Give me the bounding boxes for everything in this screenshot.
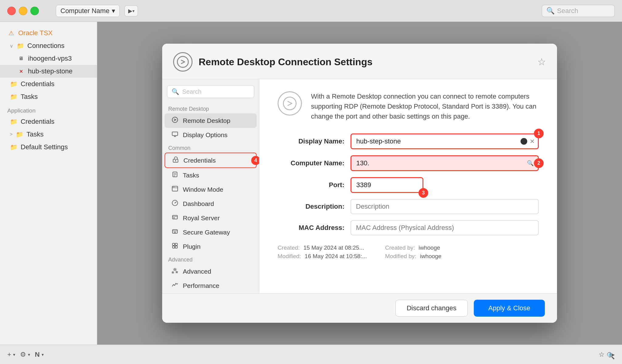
svg-point-23 bbox=[174, 232, 176, 233]
search-placeholder: Search bbox=[182, 88, 201, 95]
mac-address-input[interactable] bbox=[350, 220, 539, 235]
nav-item-tasks[interactable]: Tasks bbox=[165, 168, 257, 182]
sidebar-item-credentials[interactable]: 📁 Credentials bbox=[0, 78, 97, 90]
modal-header: Remote Desktop Connection Settings ☆ bbox=[162, 44, 557, 79]
folder-icon: 📁 bbox=[10, 93, 18, 100]
badge-1: 1 bbox=[534, 129, 544, 138]
maximize-button[interactable] bbox=[30, 7, 39, 15]
sidebar-item-ihoogend-vps3[interactable]: 🖥 ihoogend-vps3 bbox=[0, 52, 97, 65]
port-input[interactable] bbox=[351, 178, 422, 192]
computer-name-dropdown[interactable]: Computer Name ▾ bbox=[56, 5, 120, 17]
nav-item-dashboard[interactable]: Dashboard bbox=[165, 197, 257, 211]
meta-modified: Modified: 16 May 2024 at 10:58:... bbox=[278, 253, 367, 260]
nav-label-secure-gateway: Secure Gateway bbox=[183, 229, 230, 236]
dropdown-label: Computer Name bbox=[60, 7, 109, 15]
royal-server-icon bbox=[171, 214, 179, 222]
modal-title: Remote Desktop Connection Settings bbox=[199, 56, 531, 68]
star-button[interactable]: ☆ bbox=[599, 351, 605, 359]
nav-item-secure-gateway[interactable]: Secure Gateway bbox=[165, 225, 257, 239]
modified-value: 16 May 2024 at 10:58:... bbox=[305, 253, 367, 260]
search-placeholder: Search bbox=[557, 7, 578, 15]
folder-icon: 📁 bbox=[10, 80, 18, 88]
sidebar-label-tasks-app: Tasks bbox=[26, 130, 43, 138]
nav-label-advanced: Advanced bbox=[183, 268, 211, 275]
nav-label-performance: Performance bbox=[183, 282, 219, 289]
svg-point-17 bbox=[175, 203, 176, 204]
performance-icon bbox=[171, 281, 179, 290]
search-bar[interactable]: 🔍 Search bbox=[542, 5, 615, 17]
search-icon: 🔍 bbox=[607, 352, 615, 360]
display-name-input[interactable] bbox=[351, 134, 538, 148]
close-button[interactable] bbox=[7, 7, 16, 15]
sidebar-label-credentials: Credentials bbox=[21, 80, 54, 88]
n-button[interactable]: N ▾ bbox=[35, 351, 44, 359]
nav-item-performance[interactable]: Performance bbox=[165, 278, 257, 293]
display-name-label: Display Name: bbox=[278, 137, 344, 145]
svg-rect-24 bbox=[173, 243, 175, 245]
meta-section: Created: 15 May 2024 at 08:25... Modifie… bbox=[278, 244, 539, 260]
mac-address-input-wrap bbox=[350, 220, 539, 235]
chevron-down-icon: ▾ bbox=[42, 352, 44, 357]
plus-icon: + bbox=[7, 351, 11, 359]
computer-name-label: Computer Name: bbox=[278, 159, 344, 167]
minimize-button[interactable] bbox=[19, 7, 27, 15]
search-icon: 🔍 bbox=[527, 160, 534, 167]
star-icon[interactable]: ☆ bbox=[537, 56, 546, 68]
nav-item-remote-desktop[interactable]: Remote Desktop bbox=[165, 113, 257, 128]
sidebar-item-connections[interactable]: ∨ 📁 Connections bbox=[0, 39, 97, 52]
apply-close-button[interactable]: Apply & Close bbox=[474, 300, 545, 317]
advanced-icon bbox=[171, 267, 179, 275]
sidebar-item-oracle-tsx[interactable]: ⚠ Oracle TSX bbox=[0, 27, 97, 39]
modal-dialog: Remote Desktop Connection Settings ☆ 🔍 S… bbox=[162, 44, 557, 323]
svg-rect-21 bbox=[173, 230, 177, 233]
folder-icon: 📁 bbox=[10, 143, 18, 151]
port-row: Port: 3 bbox=[278, 177, 539, 193]
nav-label-tasks: Tasks bbox=[183, 172, 199, 179]
nav-item-credentials[interactable]: Credentials 4 bbox=[165, 153, 257, 168]
sidebar-item-tasks[interactable]: 📁 Tasks bbox=[0, 90, 97, 103]
display-name-input-wrap: ✕ 1 bbox=[350, 133, 539, 149]
nav-label-plugin: Plugin bbox=[183, 243, 200, 250]
chevron-icon: ∨ bbox=[10, 43, 13, 49]
nav-item-display-options[interactable]: Display Options bbox=[165, 128, 257, 142]
warning-icon: ⚠ bbox=[7, 29, 15, 37]
credentials-icon bbox=[171, 156, 180, 164]
sidebar-item-hub-step-stone[interactable]: ✕ hub-step-stone bbox=[0, 65, 97, 78]
search-icon: 🔍 bbox=[546, 7, 555, 15]
nav-item-window-mode[interactable]: Window Mode bbox=[165, 182, 257, 197]
sidebar-label-oracle-tsx: Oracle TSX bbox=[18, 29, 53, 37]
svg-point-1 bbox=[172, 117, 178, 123]
nav-label-window-mode: Window Mode bbox=[183, 186, 223, 193]
add-button[interactable]: + ▾ bbox=[7, 351, 15, 359]
title-bar-controls: Computer Name ▾ ▶ ▾ 🔍 Search bbox=[56, 5, 615, 17]
meta-created-col: Created: 15 May 2024 at 08:25... Modifie… bbox=[278, 244, 367, 260]
description-label: Description: bbox=[278, 203, 344, 211]
svg-point-13 bbox=[173, 187, 173, 187]
modal-footer: Discard changes Apply & Close bbox=[162, 293, 557, 323]
sidebar-item-tasks-app[interactable]: > 📁 Tasks bbox=[0, 128, 97, 141]
settings-button[interactable]: ⚙ ▾ bbox=[20, 351, 30, 359]
nav-item-redirection[interactable]: Redirection bbox=[165, 293, 257, 293]
bottom-search-button[interactable]: 🔍 bbox=[607, 352, 615, 360]
input-actions: ✕ bbox=[521, 138, 535, 145]
created-by-label: Created by: bbox=[385, 244, 415, 251]
play-button[interactable]: ▶ ▾ bbox=[125, 5, 138, 16]
sidebar-label-hub: hub-step-stone bbox=[28, 67, 73, 75]
modal-search-bar[interactable]: 🔍 Search bbox=[167, 85, 254, 98]
svg-rect-18 bbox=[173, 215, 177, 219]
nav-item-advanced[interactable]: Advanced bbox=[165, 264, 257, 278]
nav-label-remote-desktop: Remote Desktop bbox=[183, 117, 230, 124]
discard-button[interactable]: Discard changes bbox=[395, 300, 468, 317]
sidebar-item-default-settings[interactable]: 📁 Default Settings bbox=[0, 141, 97, 153]
computer-name-input[interactable] bbox=[351, 156, 538, 170]
clear-icon[interactable]: ✕ bbox=[530, 138, 535, 145]
nav-item-plugin[interactable]: Plugin bbox=[165, 239, 257, 254]
sidebar-item-credentials-app[interactable]: 📁 Credentials bbox=[0, 115, 97, 128]
app-window: Computer Name ▾ ▶ ▾ 🔍 Search ⚠ Oracle TS… bbox=[0, 0, 622, 364]
rdp-icon: ✕ bbox=[17, 69, 25, 74]
port-label: Port: bbox=[278, 181, 344, 189]
description-input[interactable] bbox=[350, 199, 539, 214]
bottom-toolbar: + ▾ ⚙ ▾ N ▾ ☆ ▶ 🔍 bbox=[0, 345, 622, 364]
chevron-icon: > bbox=[10, 132, 12, 137]
nav-item-royal-server[interactable]: Royal Server bbox=[165, 211, 257, 225]
